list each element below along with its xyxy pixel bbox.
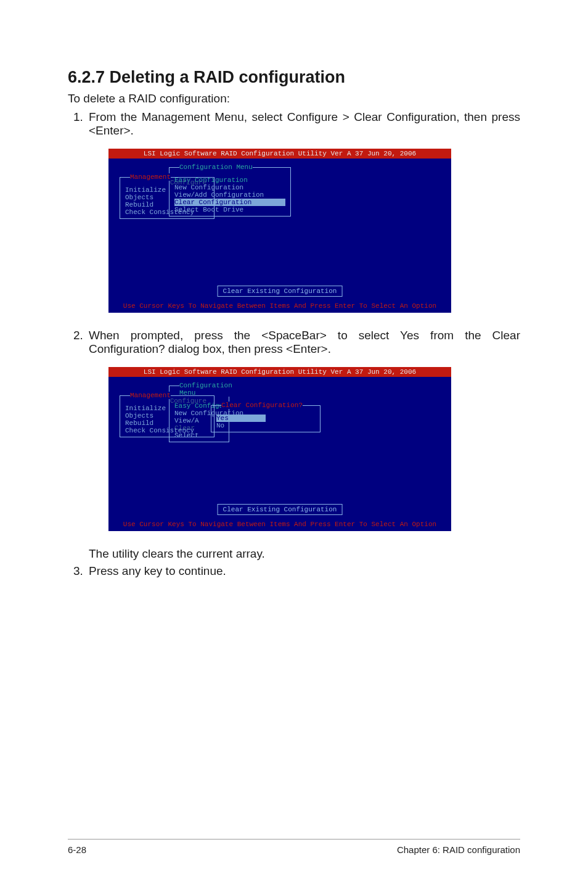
mgmt2-item-rebuild[interactable]: Rebuild [125, 419, 153, 427]
hint-bar: Use Cursor Keys To Navigate Between Item… [108, 302, 451, 310]
configuration-menu-title: Configuration Menu [179, 163, 253, 171]
management-menu: Management Configure Initialize Objects … [120, 177, 214, 219]
bios-window: LSI Logic Software RAID Configuration Ut… [108, 149, 451, 313]
mgmt-item-rebuild[interactable]: Rebuild [125, 201, 153, 208]
bios-window-2: LSI Logic Software RAID Configuration Ut… [108, 367, 451, 531]
management-menu-2: Management Configure Initialize Objects … [120, 395, 214, 437]
section-heading: 6.2.7 Deleting a RAID configuration [68, 68, 520, 87]
status-box-2: Clear Existing Configuration [218, 504, 343, 515]
dialog-title: Clear Configuration? [221, 402, 303, 409]
step-1: From the Management Menu, select Configu… [86, 110, 520, 313]
page: 6.2.7 Deleting a RAID configuration To d… [0, 0, 588, 887]
screenshot-1: LSI Logic Software RAID Configuration Ut… [108, 149, 520, 313]
mgmt2-item-objects[interactable]: Objects [125, 412, 153, 419]
mgmt-item-initialize[interactable]: Initialize [125, 186, 166, 194]
mgmt2-item-check[interactable]: Check Consistency [125, 427, 194, 434]
mgmt-item-configure[interactable]: Configure [170, 179, 206, 186]
mgmt2-item-configure[interactable]: Configure [170, 397, 206, 405]
footer-page-number: 6-28 [68, 844, 86, 855]
clear-config-dialog: Clear Configuration? Yes No [211, 405, 321, 432]
bios-body-2: Configuration Menu Easy Configuration Ne… [108, 377, 451, 530]
hint-bar-2: Use Cursor Keys To Navigate Between Item… [108, 520, 451, 529]
page-footer: 6-28 Chapter 6: RAID configuration [68, 839, 520, 855]
step-3: Press any key to continue. [86, 564, 520, 578]
mgmt2-item-initialize[interactable]: Initialize [125, 405, 166, 412]
steps-list: From the Management Menu, select Configu… [68, 110, 520, 578]
step-2b-text: The utility clears the current array. [89, 547, 520, 561]
management-menu-title: Management [130, 173, 171, 181]
bios-title-bar: LSI Logic Software RAID Configuration Ut… [108, 149, 451, 159]
step-2: When prompted, press the <SpaceBar> to s… [86, 329, 520, 561]
dialog-no[interactable]: No [216, 422, 224, 429]
dialog-yes[interactable]: Yes [216, 415, 266, 422]
step-3-text: Press any key to continue. [89, 564, 520, 578]
status-box: Clear Existing Configuration [218, 286, 343, 297]
bios-title-bar-2: LSI Logic Software RAID Configuration Ut… [108, 367, 451, 377]
footer-chapter: Chapter 6: RAID configuration [397, 844, 520, 855]
management-menu-title-2: Management [130, 392, 171, 399]
lead-paragraph: To delete a RAID configuration: [68, 92, 520, 105]
mgmt-item-check[interactable]: Check Consistency [125, 208, 194, 216]
bios-body: Configuration Menu Easy Configuration Ne… [108, 159, 451, 311]
step-2-text: When prompted, press the <SpaceBar> to s… [89, 329, 520, 356]
screenshot-2: LSI Logic Software RAID Configuration Ut… [108, 367, 520, 531]
step-1-text: From the Management Menu, select Configu… [89, 110, 520, 138]
mgmt-item-objects[interactable]: Objects [125, 194, 153, 201]
configuration-menu-title-2: Configuration Menu [179, 382, 232, 397]
